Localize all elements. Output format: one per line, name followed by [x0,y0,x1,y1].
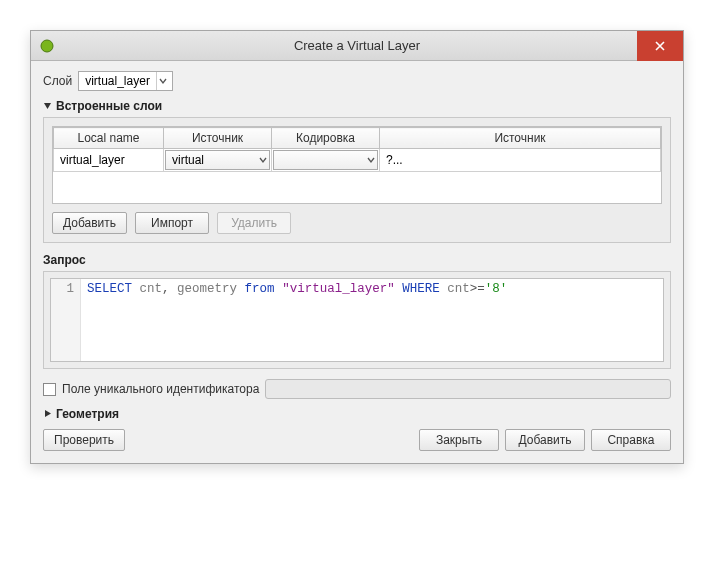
chevron-down-icon [156,72,170,90]
create-virtual-layer-dialog: Create a Virtual Layer Слой virtual_laye… [30,30,684,464]
titlebar: Create a Virtual Layer [31,31,683,61]
embedded-buttons: Добавить Импорт Удалить [52,212,662,234]
dialog-footer: Проверить Закрыть Добавить Справка [43,429,671,451]
embedded-layers-label: Встроенные слои [56,99,162,113]
chevron-down-icon [259,153,267,167]
cell-source-dropdown[interactable]: virtual [165,150,270,170]
triangle-right-icon [43,407,52,421]
query-label: Запрос [43,253,671,267]
layer-label: Слой [43,74,72,88]
line-gutter: 1 [51,279,81,361]
embedded-layers-group: Local name Источник Кодировка Источник v… [43,117,671,243]
close-button[interactable]: Закрыть [419,429,499,451]
uid-checkbox[interactable] [43,383,56,396]
query-editor[interactable]: 1 SELECT cnt, geometry from "virtual_lay… [50,278,664,362]
col-encoding[interactable]: Кодировка [272,128,380,149]
uid-label: Поле уникального идентификатора [62,382,259,396]
chevron-down-icon [367,153,375,167]
table-row[interactable]: virtual_layer virtual [54,149,661,172]
add-button[interactable]: Добавить [505,429,585,451]
col-source2[interactable]: Источник [380,128,661,149]
geometry-header[interactable]: Геометрия [43,407,671,421]
query-group: 1 SELECT cnt, geometry from "virtual_lay… [43,271,671,369]
embedded-table: Local name Источник Кодировка Источник v… [52,126,662,204]
test-button[interactable]: Проверить [43,429,125,451]
col-source[interactable]: Источник [164,128,272,149]
cell-local-name[interactable]: virtual_layer [54,149,163,171]
col-local-name[interactable]: Local name [54,128,164,149]
add-layer-button[interactable]: Добавить [52,212,127,234]
layer-dropdown[interactable]: virtual_layer [78,71,173,91]
embedded-layers-header[interactable]: Встроенные слои [43,99,671,113]
svg-point-0 [41,40,53,52]
cell-source2[interactable]: ?... [380,149,660,171]
app-icon [39,38,55,54]
delete-layer-button: Удалить [217,212,291,234]
line-number: 1 [51,282,74,296]
geometry-label: Геометрия [56,407,119,421]
layer-dropdown-value: virtual_layer [85,74,150,88]
query-code[interactable]: SELECT cnt, geometry from "virtual_layer… [81,279,513,361]
uid-field [265,379,671,399]
import-layer-button[interactable]: Импорт [135,212,209,234]
help-button[interactable]: Справка [591,429,671,451]
cell-source-value: virtual [172,153,204,167]
close-icon[interactable] [637,31,683,61]
layer-row: Слой virtual_layer [43,71,671,91]
triangle-down-icon [43,99,52,113]
table-header-row: Local name Источник Кодировка Источник [54,128,661,149]
uid-row: Поле уникального идентификатора [43,379,671,399]
cell-encoding-dropdown[interactable] [273,150,378,170]
dialog-title: Create a Virtual Layer [31,38,683,53]
